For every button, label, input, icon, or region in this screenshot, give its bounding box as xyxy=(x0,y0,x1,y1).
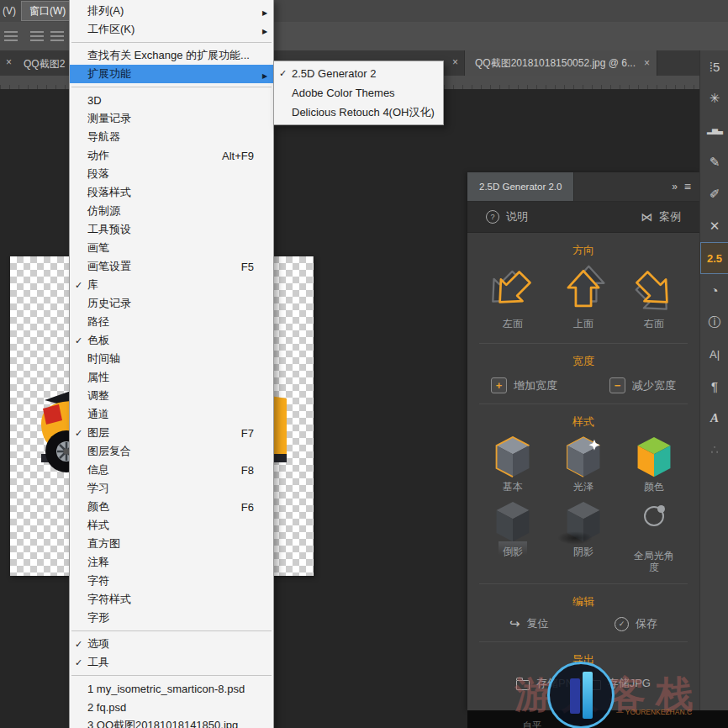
filter-panel-icon[interactable]: ✳ xyxy=(700,82,728,114)
close-icon[interactable]: × xyxy=(6,57,12,67)
share-panel-icon[interactable]: ∴ xyxy=(700,434,728,466)
menu-item[interactable]: 通道 xyxy=(70,405,273,424)
check-icon xyxy=(70,335,87,346)
direction-button[interactable]: 左面 xyxy=(488,265,537,331)
document-tab-2[interactable]: QQ截图20181018150052.jpg @ 6... × xyxy=(464,50,657,76)
menu-item[interactable]: 工具 xyxy=(70,653,273,672)
brush-settings-panel-icon[interactable]: ✎ xyxy=(700,146,728,178)
25d-generator-panel: 2.5D Generator 2.0 » ≡ ? 说明 ⋈ 案例 方向 xyxy=(467,172,699,710)
divider xyxy=(479,404,688,404)
align-center-icon[interactable] xyxy=(50,31,64,41)
decrease-width-button[interactable]: − 减少宽度 xyxy=(609,377,676,393)
style-option[interactable]: 颜色 xyxy=(635,436,673,493)
menu-item[interactable]: 颜色 F6 xyxy=(70,498,273,516)
tool-presets-panel-icon[interactable]: ✕ xyxy=(700,210,728,242)
reset-button[interactable]: ↪ 复位 xyxy=(509,616,549,631)
menu-item[interactable]: 注释 xyxy=(70,553,273,572)
direction-button[interactable]: 上面 xyxy=(559,265,608,331)
menu-item[interactable]: 动作 Alt+F9 xyxy=(70,146,273,165)
actions-panel-icon[interactable]: ◔ xyxy=(700,274,728,306)
collapse-panel-icon[interactable]: » xyxy=(672,181,678,193)
menu-item[interactable]: 导航器 xyxy=(70,128,273,146)
menu-item[interactable]: 段落样式 xyxy=(70,183,273,202)
paragraph-panel-icon[interactable]: ¶ xyxy=(700,370,728,402)
menu-item[interactable]: 字符样式 xyxy=(70,590,273,609)
menu-item[interactable]: 排列(A) xyxy=(70,2,273,20)
menu-item[interactable]: 测量记录 xyxy=(70,109,273,128)
minus-icon: − xyxy=(609,377,625,393)
menu-item[interactable]: 时间轴 xyxy=(70,350,273,368)
menu-item[interactable]: 信息 F8 xyxy=(70,461,273,479)
direction-section-title: 方向 xyxy=(477,243,689,258)
distribute-horizontal-icon[interactable] xyxy=(30,31,44,41)
histogram-panel-icon[interactable]: ▂▅▃ xyxy=(700,114,728,146)
menu-item[interactable]: 直方图 xyxy=(70,535,273,553)
menu-window[interactable]: 窗口(W) xyxy=(21,1,74,21)
brushes-panel-icon[interactable]: ✐ xyxy=(700,178,728,210)
menu-item[interactable]: 图层复合 xyxy=(70,442,273,461)
menu-item[interactable]: 字符 xyxy=(70,572,273,590)
style-option[interactable]: 基本 xyxy=(493,436,532,493)
menu-item[interactable]: 色板 xyxy=(70,331,273,350)
menu-item[interactable]: 路径 xyxy=(70,313,273,331)
menu-item[interactable]: 历史记录 xyxy=(70,294,273,313)
menu-item[interactable] xyxy=(70,672,273,679)
help-button[interactable]: ? 说明 xyxy=(486,209,528,224)
info-panel-icon[interactable]: ⓘ xyxy=(700,306,728,338)
document-tab-1[interactable]: QQ截图2 xyxy=(24,57,65,71)
cube-icon xyxy=(564,436,603,478)
folder-icon xyxy=(516,680,530,690)
menu-item[interactable]: 查找有关 Exchange 的扩展功能... xyxy=(70,46,273,65)
cube-icon xyxy=(493,436,532,478)
menu-item[interactable]: 画笔设置 F5 xyxy=(70,257,273,276)
menu-item[interactable]: 库 xyxy=(70,276,273,294)
menu-item[interactable]: 3 QQ截图20181018141850.jpg xyxy=(70,716,273,728)
menu-item[interactable]: 工作区(K) xyxy=(70,20,273,39)
style-option[interactable]: 阴影 xyxy=(564,501,603,573)
glyphs-panel-icon[interactable]: A xyxy=(700,402,728,434)
menu-view-partial[interactable]: (V) xyxy=(3,5,16,17)
style-option[interactable]: 倒影 xyxy=(493,501,532,573)
check-icon xyxy=(70,280,87,291)
25d-generator-panel-icon[interactable]: 2.5 xyxy=(700,242,728,274)
menu-item[interactable]: 字形 xyxy=(70,609,273,627)
logo-bar-light xyxy=(583,672,593,719)
menu-item[interactable]: 属性 xyxy=(70,368,273,387)
menu-item[interactable] xyxy=(70,627,273,635)
menu-item[interactable]: 选项 xyxy=(70,635,273,653)
save-button[interactable]: ✓ 保存 xyxy=(615,616,657,631)
divider xyxy=(479,583,688,584)
menu-item[interactable]: 样式 xyxy=(70,516,273,535)
direction-button[interactable]: 右面 xyxy=(630,265,678,331)
close-icon[interactable]: × xyxy=(644,58,650,68)
menu-item[interactable]: 2 fq.psd xyxy=(70,698,273,716)
panel-menu-icon[interactable]: ≡ xyxy=(684,180,691,193)
arrow-icon xyxy=(559,265,608,314)
menu-item[interactable]: 画笔 xyxy=(70,239,273,257)
submenu-item[interactable]: Delicious Retouch 4(OH汉化) xyxy=(274,103,443,122)
menu-item[interactable]: 1 my_isometric_smarticon-8.psd xyxy=(70,679,273,698)
menu-item[interactable]: 工具预设 xyxy=(70,220,273,239)
character-panel-icon[interactable]: A| xyxy=(700,338,728,370)
menu-item[interactable]: 扩展功能 xyxy=(70,65,273,83)
style-option[interactable]: 光泽 xyxy=(564,436,603,493)
clone-source-panel-icon[interactable]: ⁞5 xyxy=(700,50,728,82)
menu-item[interactable]: 3D xyxy=(70,91,273,109)
submenu-item[interactable]: Adobe Color Themes xyxy=(274,83,443,103)
menu-item[interactable]: 调整 xyxy=(70,387,273,405)
menu-item[interactable]: 学习 xyxy=(70,479,273,498)
increase-width-button[interactable]: + 增加宽度 xyxy=(491,377,557,393)
menu-item[interactable]: 仿制源 xyxy=(70,202,273,220)
style-option[interactable]: 全局光角度 xyxy=(634,501,674,573)
menu-item[interactable]: 段落 xyxy=(70,165,273,183)
panel-icons-toolbar: ⁞5✳▂▅▃✎✐✕2.5◔ⓘA|¶A∴ xyxy=(699,50,728,728)
submenu-item[interactable]: 2.5D Generator 2 xyxy=(274,64,443,83)
close-icon[interactable]: × xyxy=(452,57,458,67)
examples-button[interactable]: ⋈ 案例 xyxy=(641,209,681,224)
menu-item[interactable] xyxy=(70,83,273,91)
align-left-edges-icon[interactable] xyxy=(4,31,18,41)
check-icon xyxy=(70,428,87,439)
menu-item[interactable] xyxy=(70,39,273,46)
panel-tab-25d-generator[interactable]: 2.5D Generator 2.0 xyxy=(467,172,574,201)
menu-item[interactable]: 图层 F7 xyxy=(70,424,273,442)
